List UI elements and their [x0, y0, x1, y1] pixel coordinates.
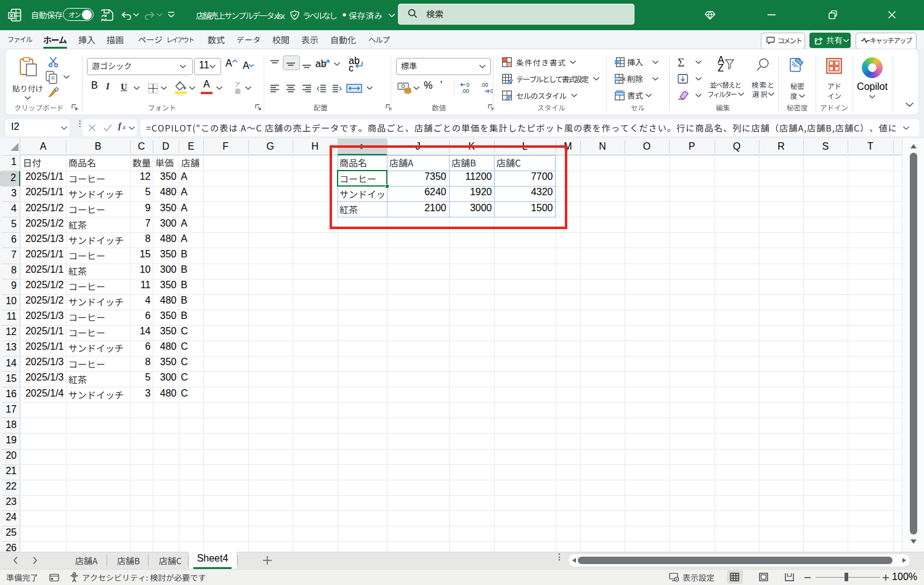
svg-text:.00: .00	[480, 82, 488, 88]
svg-text:0: 0	[466, 82, 469, 88]
svg-text:.00: .00	[461, 88, 469, 94]
